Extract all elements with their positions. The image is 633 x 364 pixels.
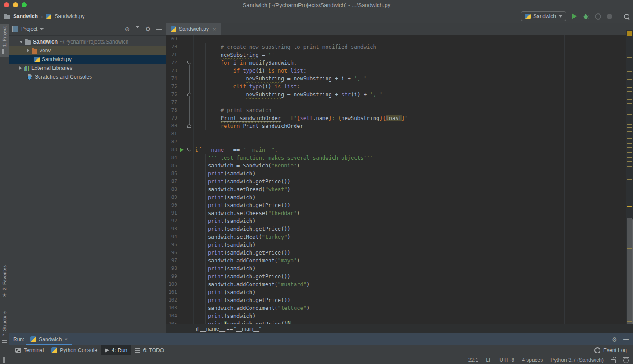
editor-breadcrumb-item[interactable]: if __name__ == "__main__": [196, 326, 261, 332]
toolwindow-button-terminal[interactable]: Terminal: [11, 345, 47, 355]
search-everywhere-icon[interactable]: [624, 14, 629, 19]
code-line[interactable]: 97 sandwich.addCondiment("mayo"): [166, 257, 626, 265]
line-number[interactable]: 97: [166, 257, 177, 265]
close-tab-icon[interactable]: ×: [213, 26, 216, 33]
warning-stripe-mark[interactable]: [627, 138, 632, 139]
breadcrumb-project[interactable]: Sandwich: [13, 13, 38, 19]
code-line[interactable]: 96 print(sandwich.getPrice()): [166, 249, 626, 257]
tree-row-venv[interactable]: venv: [9, 46, 166, 55]
line-number[interactable]: 89: [166, 193, 177, 201]
warning-stripe-mark[interactable]: [627, 206, 632, 207]
run-with-coverage-button[interactable]: [595, 13, 601, 20]
code-line[interactable]: 91 sandwich.setCheese("Cheddar"): [166, 209, 626, 217]
warning-stripe-mark[interactable]: [627, 71, 632, 72]
gear-icon[interactable]: ⚙: [145, 26, 151, 32]
run-line-icon[interactable]: [180, 148, 184, 152]
line-number[interactable]: 92: [166, 217, 177, 225]
code-line[interactable]: 75 elif type(i) is list:: [166, 83, 626, 91]
code-line[interactable]: 98 print(sandwich): [166, 265, 626, 273]
line-number[interactable]: 82: [166, 138, 177, 146]
stripe-button-favorites[interactable]: 2: Favorites ★: [0, 262, 9, 300]
code-line[interactable]: 87 print(sandwich.getPrice()): [166, 178, 626, 186]
warning-stripe-mark[interactable]: [627, 109, 632, 109]
hide-panel-icon[interactable]: —: [623, 336, 629, 342]
error-stripe[interactable]: [626, 30, 633, 324]
line-number[interactable]: 74: [166, 75, 177, 83]
fold-marker-icon[interactable]: [187, 92, 191, 96]
warning-stripe-mark[interactable]: [627, 157, 632, 158]
line-number[interactable]: 75: [166, 83, 177, 91]
code-line[interactable]: 71 newSubstring = '': [166, 51, 626, 59]
code-line[interactable]: 78 # print sandwich: [166, 106, 626, 114]
line-number[interactable]: 90: [166, 201, 177, 209]
code-line[interactable]: 101 print(sandwich): [166, 288, 626, 296]
code-line[interactable]: 72 for i in modifySandwich:: [166, 59, 626, 67]
warning-stripe-mark[interactable]: [627, 131, 632, 132]
stripe-button-structure[interactable]: 7: Structure: [0, 309, 9, 346]
code-line[interactable]: 100 sandwich.addCondiment("mustard"): [166, 280, 626, 288]
fold-marker-icon[interactable]: [187, 148, 191, 152]
line-number[interactable]: 103: [166, 304, 177, 312]
line-number[interactable]: 84: [166, 154, 177, 162]
editor-tab-sandwich-py[interactable]: Sandwich.py ×: [166, 23, 221, 35]
line-number[interactable]: 88: [166, 186, 177, 193]
chevron-collapsed-icon[interactable]: [19, 66, 22, 70]
line-separator-widget[interactable]: LF: [486, 357, 492, 363]
line-number[interactable]: 69: [166, 35, 177, 43]
inspection-indicator-icon[interactable]: [627, 31, 632, 36]
readonly-lock-icon[interactable]: [611, 359, 616, 363]
line-number[interactable]: 101: [166, 288, 177, 296]
gear-icon[interactable]: ⚙: [611, 336, 617, 342]
project-view-select[interactable]: Project: [21, 26, 37, 32]
line-number[interactable]: 93: [166, 225, 177, 233]
breadcrumb-file[interactable]: Sandwich.py: [55, 13, 84, 19]
warning-stripe-mark[interactable]: [627, 84, 632, 84]
warning-stripe-mark[interactable]: [627, 166, 632, 167]
scrollbar-thumb[interactable]: [627, 218, 633, 327]
warning-stripe-mark[interactable]: [627, 87, 632, 88]
line-number[interactable]: 96: [166, 249, 177, 257]
chevron-collapsed-icon[interactable]: [27, 49, 29, 52]
warning-stripe-mark[interactable]: [627, 99, 632, 100]
close-tab-icon[interactable]: ×: [64, 336, 68, 342]
event-log-button[interactable]: Event Log: [594, 347, 627, 353]
line-number[interactable]: 87: [166, 178, 177, 186]
indent-widget[interactable]: 4 spaces: [522, 357, 543, 363]
fold-marker-icon[interactable]: [187, 124, 191, 128]
line-number[interactable]: 73: [166, 67, 177, 75]
line-number[interactable]: 77: [166, 98, 177, 106]
fold-marker-icon[interactable]: [187, 61, 191, 65]
zoom-window-button[interactable]: [22, 2, 27, 7]
interpreter-widget[interactable]: Python 3.7 (Sandwich): [550, 357, 604, 363]
toolwindow-button-6-todo[interactable]: 6: TODO: [131, 345, 168, 355]
code-line[interactable]: 104 print(sandwich): [166, 312, 626, 320]
line-number[interactable]: 102: [166, 296, 177, 304]
code-line[interactable]: 77: [166, 98, 626, 106]
code-line[interactable]: 103 sandwich.addCondiment("lettuce"): [166, 304, 626, 312]
warning-stripe-mark[interactable]: [627, 161, 632, 162]
toolwindow-button-4-run[interactable]: 4: Run: [101, 345, 131, 355]
run-button[interactable]: [572, 13, 577, 19]
line-number[interactable]: 85: [166, 162, 177, 170]
line-number[interactable]: 76: [166, 91, 177, 98]
line-number[interactable]: 94: [166, 233, 177, 241]
line-number[interactable]: 81: [166, 130, 177, 138]
stop-button[interactable]: [607, 14, 612, 19]
warning-stripe-mark[interactable]: [627, 127, 632, 128]
line-number[interactable]: 78: [166, 106, 177, 114]
code-line[interactable]: 76 newSubstring = newSubstring + str(i) …: [166, 91, 626, 98]
encoding-widget[interactable]: UTF-8: [499, 357, 514, 363]
code-line[interactable]: 88 sandwich.setBread("wheat"): [166, 186, 626, 193]
code-line[interactable]: 94 sandwich.setMeat("turkey"): [166, 233, 626, 241]
code-line[interactable]: 102 print(sandwich.getPrice()): [166, 296, 626, 304]
line-number[interactable]: 70: [166, 43, 177, 51]
code-line[interactable]: 82: [166, 138, 626, 146]
code-line[interactable]: 86 print(sandwich): [166, 170, 626, 178]
code-line[interactable]: 90 print(sandwich.getPrice()): [166, 201, 626, 209]
run-tab-sandwich[interactable]: Sandwich ×: [26, 333, 72, 345]
code-line[interactable]: 93 print(sandwich.getPrice()): [166, 225, 626, 233]
line-number[interactable]: 80: [166, 122, 177, 130]
code-line[interactable]: 73 if type(i) is not list:: [166, 67, 626, 75]
warning-stripe-mark[interactable]: [627, 103, 632, 104]
collapse-all-icon[interactable]: [135, 26, 140, 32]
